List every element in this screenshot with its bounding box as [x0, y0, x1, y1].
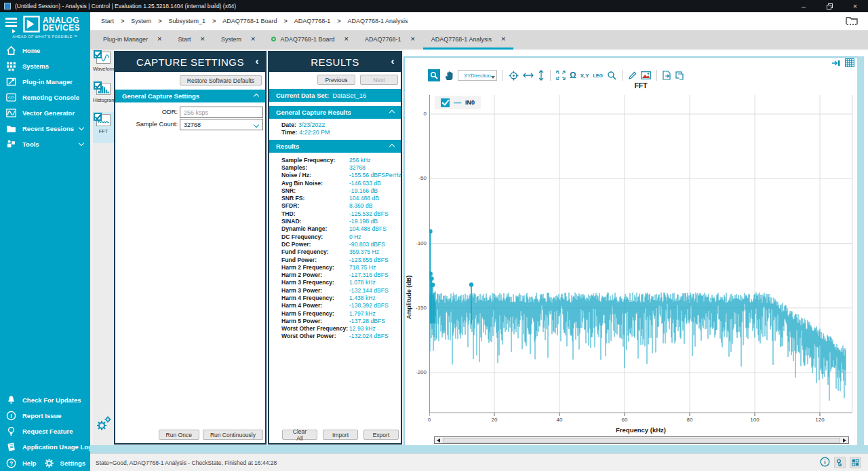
result-label: DC Frequency:: [281, 233, 349, 240]
fft-checkbox[interactable]: [94, 113, 102, 121]
vertical-zoom-icon[interactable]: [538, 70, 545, 81]
sidebar-item-application-usage-logging[interactable]: Application Usage Logging: [0, 439, 90, 455]
sidebar-item-tools[interactable]: Tools: [0, 136, 90, 152]
result-row: Harm 3 Frequency:1.078 kHz: [281, 279, 399, 286]
fit-view-icon[interactable]: [556, 71, 566, 80]
collapse-left-icon[interactable]: ‹: [256, 55, 260, 67]
result-value: 718.75 Hz: [349, 264, 376, 271]
import-button[interactable]: Import: [323, 430, 358, 440]
sidebar-item-recent-sessions[interactable]: Recent Sessions: [0, 121, 90, 136]
annotate-pencil-icon[interactable]: [628, 71, 637, 80]
tab-adaq7768-1-analysis[interactable]: ADAQ7768-1 Analysis×: [423, 31, 513, 50]
sidebar-item-vector-generator[interactable]: Vector Generator: [0, 105, 90, 121]
result-value: 1.438 kHz: [349, 295, 376, 301]
copy-chart-icon[interactable]: [675, 71, 684, 80]
sidebar-item-check-for-updates[interactable]: Check For Updates: [0, 392, 90, 408]
general-capture-results-section[interactable]: General Capture Results: [269, 106, 401, 119]
sidebar-item-remoting-console[interactable]: </>Remoting Console: [0, 90, 90, 105]
close-icon[interactable]: ×: [251, 36, 255, 42]
sidebar-item-home[interactable]: Home: [0, 43, 90, 58]
sample-count-select[interactable]: 32768: [180, 119, 263, 130]
session-folder-icon[interactable]: [845, 15, 859, 27]
breadcrumb-item-system[interactable]: System: [128, 18, 154, 24]
undo-zoom-icon[interactable]: Ω: [570, 71, 576, 80]
breadcrumb-item-adaq7768-1-analysis[interactable]: ADAQ7768-1 Analysis: [344, 18, 410, 24]
run-continuously-button[interactable]: Run Continuously: [203, 430, 263, 440]
breadcrumb-item-subsystem-1[interactable]: Subsystem_1: [166, 18, 209, 24]
result-row: Harm 5 Frequency:1.797 kHz: [281, 309, 399, 317]
tab-start[interactable]: Start×: [170, 31, 212, 50]
pan-tool-icon[interactable]: [444, 71, 454, 81]
result-label: DC Power:: [281, 241, 349, 248]
snapshot-image-icon[interactable]: [641, 71, 651, 79]
close-icon[interactable]: ×: [501, 36, 505, 42]
tab-plug-in-manager[interactable]: Plug-in Manager×: [95, 31, 170, 50]
center-target-icon[interactable]: [509, 71, 519, 81]
x-tick-label: 120: [810, 417, 830, 423]
general-capture-settings-section[interactable]: General Capture Settings: [115, 90, 265, 102]
histogram-checkbox[interactable]: [94, 81, 102, 90]
breadcrumb-item-adaq7768-1[interactable]: ADAQ7768-1: [292, 18, 334, 24]
export-data-icon[interactable]: [663, 71, 671, 80]
close-icon[interactable]: ×: [157, 36, 161, 42]
tab-adaq7768-1[interactable]: ADAQ7768-1×: [357, 31, 423, 50]
minimize-button[interactable]: –: [791, 0, 816, 12]
previous-button[interactable]: Previous: [317, 75, 355, 85]
collapse-left-icon[interactable]: ‹: [391, 55, 395, 67]
results-panel: RESULTS ‹ Previous Next Current Data Set…: [268, 51, 402, 445]
strip-item-histogram[interactable]: Histogram: [93, 81, 114, 112]
horizontal-zoom-icon[interactable]: [523, 72, 534, 79]
sidebar-item-systems[interactable]: Systems: [0, 58, 90, 74]
result-label: Harm 2 Power:: [281, 271, 349, 278]
magnifier-icon[interactable]: [607, 71, 616, 80]
result-label: Fund Frequency:: [281, 248, 349, 255]
scroll-left-icon[interactable]: [435, 437, 442, 443]
tab-adaq7768-1-board[interactable]: ADAQ7768-1 Board×: [263, 31, 356, 50]
hamburger-menu-icon[interactable]: [0, 12, 23, 33]
fft-plot[interactable]: [429, 95, 852, 418]
sidebar-item-request-feature[interactable]: Request Feature: [0, 423, 90, 439]
scroll-right-icon[interactable]: [841, 437, 848, 443]
titlebar: (Untitled Session) - Analysis | Control …: [0, 0, 868, 12]
close-icon[interactable]: ×: [410, 36, 414, 42]
breadcrumb-item-adaq7768-1-board[interactable]: ADAQ7768-1 Board: [220, 18, 279, 24]
date-row: Date:3/23/2022: [281, 121, 325, 128]
status-info-icon[interactable]: i: [820, 457, 830, 468]
restore-button[interactable]: [816, 0, 842, 12]
strip-item-waveform[interactable]: Waveform: [93, 50, 114, 81]
sidebar-item-plug-in-manager[interactable]: Plug-in Manager: [0, 74, 90, 90]
legend-toggle-icon[interactable]: LEG: [593, 73, 603, 78]
result-row: Worst Other Frequency:12.93 kHz: [281, 325, 399, 333]
next-button[interactable]: Next: [360, 75, 398, 85]
chart-horizontal-scrollbar[interactable]: [434, 436, 849, 444]
clear-all-button[interactable]: Clear All: [282, 430, 317, 440]
chart-scroll-strip[interactable]: [857, 56, 864, 445]
sidebar-item-help[interactable]: ? Help: [0, 455, 37, 471]
result-value: 12.93 kHz: [349, 325, 376, 332]
export-button[interactable]: Export: [363, 430, 399, 440]
scrollbar-track[interactable]: [443, 438, 840, 442]
analysis-settings-gear-icon[interactable]: [95, 415, 113, 433]
zoom-region-tool-icon[interactable]: [428, 69, 440, 81]
grid-view-icon[interactable]: [845, 58, 854, 70]
close-button[interactable]: ×: [842, 0, 868, 12]
chart-border: [403, 56, 864, 58]
collapse-panel-icon[interactable]: [831, 58, 840, 70]
xy-direction-select[interactable]: XYDirection: [458, 70, 497, 81]
breadcrumb-item-start[interactable]: Start: [98, 18, 117, 24]
legend-checkbox[interactable]: [441, 98, 450, 107]
xy-values-icon[interactable]: X,Y: [580, 73, 589, 79]
waveform-checkbox[interactable]: [94, 50, 102, 58]
run-once-button[interactable]: Run Once: [159, 430, 199, 440]
close-icon[interactable]: ×: [344, 36, 348, 42]
sidebar-item-report-issue[interactable]: !Report Issue: [0, 408, 90, 423]
status-layout-icon[interactable]: [850, 457, 861, 468]
strip-item-fft[interactable]: FFT: [93, 112, 114, 143]
restore-software-defaults-button[interactable]: Restore Software Defaults: [180, 75, 262, 86]
tab-system[interactable]: System×: [213, 31, 263, 50]
close-icon[interactable]: ×: [201, 36, 205, 42]
odr-input[interactable]: [180, 107, 263, 118]
results-section[interactable]: Results: [269, 140, 401, 153]
status-connection-icon[interactable]: [834, 457, 846, 468]
sidebar-item-settings[interactable]: Settings: [38, 455, 85, 471]
